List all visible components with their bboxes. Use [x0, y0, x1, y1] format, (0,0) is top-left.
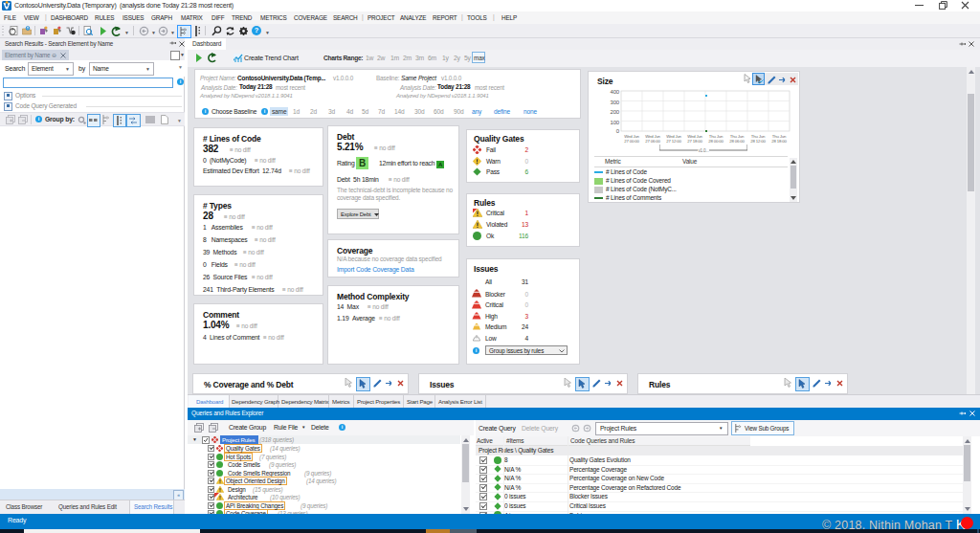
svg-text:28 18:00: 28 18:00 [771, 139, 787, 144]
svg-text:28 06:00: 28 06:00 [729, 139, 745, 144]
svg-text:100: 100 [611, 120, 620, 125]
svg-text:27 06:00: 27 06:00 [645, 139, 660, 144]
svg-text:300: 300 [611, 100, 620, 105]
svg-text:28 12:00: 28 12:00 [750, 139, 766, 144]
svg-text:28 00:00: 28 00:00 [708, 139, 724, 144]
svg-text:200: 200 [611, 109, 620, 115]
svg-text:27 12:00: 27 12:00 [666, 139, 681, 144]
svg-text:27 00:00: 27 00:00 [624, 139, 639, 144]
svg-text:v1.0...: v1.0... [699, 148, 709, 153]
svg-text:400: 400 [611, 89, 620, 95]
svg-text:27 18:00: 27 18:00 [687, 139, 702, 144]
svg-text:0: 0 [616, 128, 620, 134]
